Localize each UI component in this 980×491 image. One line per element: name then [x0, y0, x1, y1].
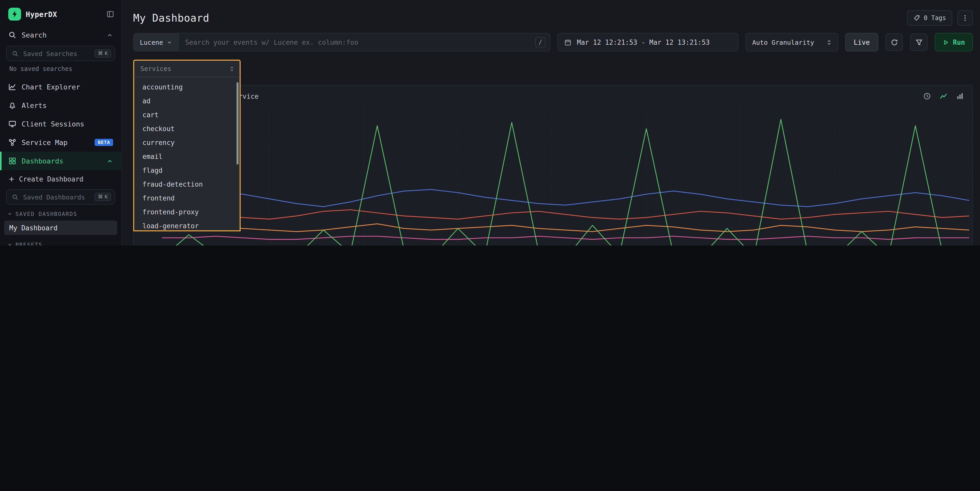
saved-searches-input[interactable]: ⌘ K	[6, 46, 115, 61]
section-presets[interactable]: PRESETS	[0, 238, 121, 246]
search-icon	[12, 50, 19, 57]
kebab-icon	[961, 14, 969, 22]
tags-button[interactable]: 0 Tags	[907, 10, 952, 26]
monitor-icon	[8, 120, 16, 128]
service-map-icon	[8, 138, 16, 146]
play-icon	[943, 39, 950, 46]
saved-searches-field[interactable]	[22, 49, 91, 58]
updown-chevrons-icon	[229, 65, 235, 72]
query-language-dropdown[interactable]: Lucene	[134, 33, 179, 51]
search-icon	[12, 194, 19, 200]
line-chart-toggle[interactable]	[939, 92, 948, 100]
services-placeholder: Services	[140, 65, 171, 73]
chart-explorer-icon	[8, 83, 16, 91]
sidebar-item-label: Dashboards	[22, 157, 64, 165]
chevron-down-icon	[7, 211, 12, 216]
app-window: HyperDX Search ⌘ K No saved searches Cha…	[0, 0, 980, 246]
chevron-down-icon	[7, 242, 12, 246]
dashboard-header: My Dashboard 0 Tags	[133, 8, 973, 28]
sidebar: HyperDX Search ⌘ K No saved searches Cha…	[0, 0, 122, 246]
hyperdx-logo[interactable]	[8, 8, 21, 21]
services-filter: Services accounting ad cart checkout cur…	[133, 60, 241, 76]
bar-chart-icon	[956, 92, 964, 100]
bell-icon	[8, 101, 16, 110]
main-content: My Dashboard 0 Tags Lucene /	[122, 0, 980, 246]
option-cart[interactable]: cart	[134, 108, 240, 122]
scrollbar-thumb[interactable]	[237, 82, 239, 165]
clock-icon	[923, 92, 931, 100]
chart-plot	[162, 107, 969, 246]
keyboard-shortcut-badge: ⌘ K	[95, 49, 111, 57]
chart-panel-requests: Request throughput by service 0 Mar 12 1…	[133, 85, 973, 246]
slash-shortcut-badge: /	[535, 37, 546, 47]
services-options-list: accounting ad cart checkout currency ema…	[133, 76, 241, 231]
sidebar-item-label: Alerts	[22, 101, 47, 110]
chevron-down-icon	[167, 39, 172, 45]
sidebar-item-search[interactable]: Search	[0, 26, 121, 44]
option-ad[interactable]: ad	[134, 94, 240, 108]
plus-icon	[8, 176, 15, 182]
section-saved-dashboards[interactable]: SAVED DASHBOARDS	[0, 208, 121, 220]
calendar-icon	[564, 38, 572, 46]
tag-icon	[913, 14, 920, 22]
services-select[interactable]: Services	[133, 60, 241, 76]
refresh-icon	[890, 38, 898, 46]
beta-badge: BETA	[95, 139, 113, 146]
sidebar-item-service-map[interactable]: Service Map BETA	[0, 133, 121, 152]
more-options-button[interactable]	[958, 10, 973, 26]
collapse-sidebar-icon[interactable]	[107, 10, 114, 18]
sidebar-item-client-sessions[interactable]: Client Sessions	[0, 114, 121, 133]
funnel-icon	[915, 38, 923, 46]
search-input[interactable]	[179, 38, 535, 46]
granularity-select[interactable]: Auto Granularity	[746, 33, 838, 51]
logo-row: HyperDX	[0, 0, 121, 26]
option-checkout[interactable]: checkout	[134, 122, 240, 136]
query-group: Lucene /	[133, 33, 550, 51]
sidebar-item-label: Client Sessions	[22, 120, 84, 128]
option-flagd[interactable]: flagd	[134, 164, 240, 177]
keyboard-shortcut-badge: ⌘ K	[95, 193, 111, 201]
sidebar-item-chart-explorer[interactable]: Chart Explorer	[0, 78, 121, 96]
sidebar-item-label: Chart Explorer	[22, 83, 80, 91]
line-chart-icon	[939, 92, 948, 100]
option-frontend[interactable]: frontend	[134, 191, 240, 205]
saved-dashboards-input[interactable]: ⌘ K	[6, 189, 115, 205]
create-dashboard-button[interactable]: Create Dashboard	[0, 170, 121, 188]
saved-dashboards-field[interactable]	[22, 192, 91, 201]
sidebar-item-label: Service Map	[22, 138, 68, 146]
filter-bar: Lucene / Mar 12 12:21:53 - Mar 12 13:21:…	[133, 33, 973, 51]
updown-chevrons-icon	[826, 39, 832, 46]
page-title: My Dashboard	[133, 12, 209, 24]
sidebar-item-alerts[interactable]: Alerts	[0, 96, 121, 114]
search-icon	[8, 31, 16, 39]
option-fraud-detection[interactable]: fraud-detection	[134, 177, 240, 191]
saved-dashboard-my-dashboard[interactable]: My Dashboard	[4, 221, 117, 235]
chevron-up-icon	[107, 157, 113, 164]
filter-button[interactable]	[910, 33, 928, 51]
time-range-picker[interactable]: Mar 12 12:21:53 - Mar 12 13:21:53	[557, 33, 738, 51]
option-currency[interactable]: currency	[134, 136, 240, 149]
app-title: HyperDX	[26, 10, 57, 18]
chevron-up-icon	[107, 32, 113, 38]
option-accounting[interactable]: accounting	[134, 80, 240, 94]
run-button[interactable]: Run	[935, 33, 973, 51]
dashboards-icon	[8, 157, 16, 165]
bar-chart-toggle[interactable]	[956, 92, 964, 100]
option-frontend-proxy[interactable]: frontend-proxy	[134, 205, 240, 219]
option-email[interactable]: email	[134, 149, 240, 164]
no-saved-searches-note: No saved searches	[0, 64, 121, 78]
create-dashboard-label: Create Dashboard	[19, 175, 83, 183]
time-settings-button[interactable]	[923, 92, 931, 100]
sidebar-item-dashboards[interactable]: Dashboards	[0, 152, 121, 170]
refresh-button[interactable]	[885, 33, 903, 51]
live-button[interactable]: Live	[845, 33, 878, 51]
option-load-generator[interactable]: load-generator	[134, 219, 240, 231]
time-range-value: Mar 12 12:21:53 - Mar 12 13:21:53	[577, 38, 710, 46]
sidebar-item-label: Search	[22, 31, 47, 39]
